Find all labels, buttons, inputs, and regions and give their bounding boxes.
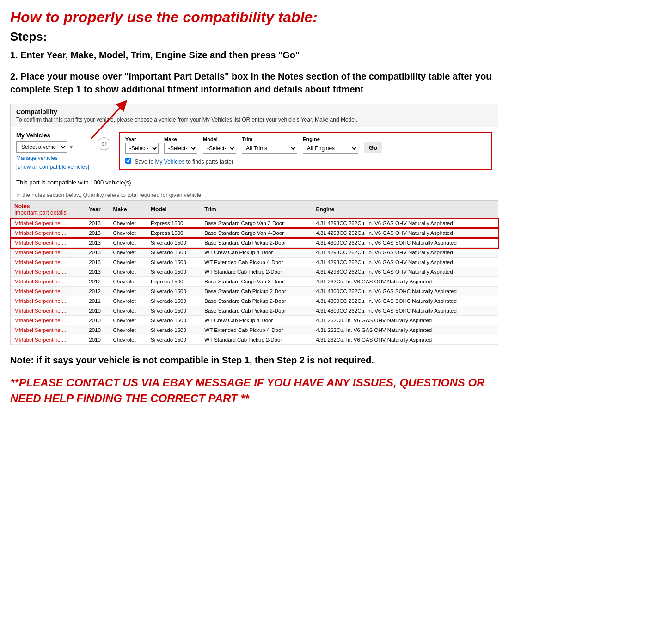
compat-area: Compatibility To confirm that this part … (10, 104, 498, 345)
engine-label: Engine (303, 136, 358, 142)
col-trim: Trim (201, 201, 312, 219)
col-notes: Notes Important part details (11, 201, 85, 219)
model-select[interactable]: -Select- (203, 143, 236, 154)
table-row: Mfrlabel:Serpentine .... 2013 Chevrolet … (11, 258, 498, 267)
cell-year: 2013 (85, 238, 109, 248)
cell-trim: Base Standard Cargo Van 3-Door (201, 277, 312, 287)
cell-model: Silverado 1500 (147, 316, 201, 325)
my-vehicles-link[interactable]: My Vehicles (155, 159, 184, 165)
cell-year: 2013 (85, 228, 109, 238)
my-vehicles-label: My Vehicles (16, 132, 89, 139)
cell-engine: 4.3L 4293CC 262Cu. In. V6 GAS OHV Natura… (312, 248, 498, 258)
cell-engine: 4.3L 4300CC 262Cu. In. V6 GAS SOHC Natur… (312, 238, 498, 248)
cell-notes: Mfrlabel:Serpentine .... (11, 219, 85, 228)
cell-engine: 4.3L 262Cu. In. V6 GAS OHV Naturally Asp… (312, 335, 498, 345)
step1-text: 1. Enter Year, Make, Model, Trim, Engine… (10, 49, 498, 61)
show-all-link[interactable]: [show all compatible vehicles] (16, 164, 89, 170)
cell-engine: 4.3L 4293CC 262Cu. In. V6 GAS OHV Natura… (312, 267, 498, 277)
cell-model: Silverado 1500 (147, 335, 201, 345)
cell-year: 2010 (85, 335, 109, 345)
cell-model: Express 1500 (147, 228, 201, 238)
trim-select[interactable]: All Trims (242, 143, 297, 154)
cell-notes: Mfrlabel:Serpentine.... (11, 228, 85, 238)
cell-notes: Mfrlabel:Serpentine .... (11, 238, 85, 248)
col-year: Year (85, 201, 109, 219)
cell-year: 2012 (85, 287, 109, 296)
cell-trim: WT Crew Cab Pickup 4-Door (201, 248, 312, 258)
cell-trim: Base Standard Cab Pickup 2-Door (201, 238, 312, 248)
make-select[interactable]: -Select- (164, 143, 197, 154)
vehicle-select[interactable]: Select a vehicle (16, 141, 67, 153)
cell-trim: Base Standard Cab Pickup 2-Door (201, 306, 312, 316)
vehicle-select-row: Select a vehicle ▼ (16, 141, 89, 153)
step2-text: 2. Place your mouse over "Important Part… (10, 70, 498, 96)
cell-engine: 4.3L 262Cu. In. V6 GAS OHV Naturally Asp… (312, 277, 498, 287)
table-row: Mfrlabel:Serpentine .... 2013 Chevrolet … (11, 267, 498, 277)
col-engine: Engine (312, 201, 498, 219)
engine-select[interactable]: All Engines (303, 143, 358, 154)
cell-model: Silverado 1500 (147, 306, 201, 316)
cell-trim: WT Crew Cab Pickup 4-Door (201, 316, 312, 325)
cell-year: 2013 (85, 258, 109, 267)
cell-notes: Mfrlabel:Serpentine .... (11, 258, 85, 267)
col-make: Make (109, 201, 147, 219)
cell-engine: 4.3L 4293CC 262Cu. In. V6 GAS OHV Natura… (312, 228, 498, 238)
compat-title: Compatibility (16, 108, 492, 116)
main-title: How to properly use the compatibility ta… (10, 8, 498, 26)
quantity-note: In the notes section below, Quantity ref… (11, 190, 498, 201)
table-row: Mfrlabel:Serpentine .... 2013 Chevrolet … (11, 238, 498, 248)
compatible-count: This part is compatible with 1000 vehicl… (11, 175, 498, 190)
cell-notes: Mfrlabel:Serpentine .... (11, 267, 85, 277)
cell-notes: Mfrlabel:Serpentine .... (11, 335, 85, 345)
cell-make: Chevrolet (109, 277, 147, 287)
year-field: Year -Select- (125, 136, 159, 154)
cell-trim: WT Standard Cab Pickup 2-Door (201, 335, 312, 345)
save-checkbox[interactable] (125, 158, 131, 164)
cell-model: Silverado 1500 (147, 248, 201, 258)
cell-year: 2011 (85, 296, 109, 306)
table-row: Mfrlabel:Serpentine .... 2011 Chevrolet … (11, 296, 498, 306)
cell-trim: Base Standard Cargo Van 3-Door (201, 219, 312, 228)
engine-field: Engine All Engines (303, 136, 358, 154)
cell-trim: WT Standard Cab Pickup 2-Door (201, 267, 312, 277)
cell-engine: 4.3L 4300CC 262Cu. In. V6 GAS SOHC Natur… (312, 296, 498, 306)
table-row: Mfrlabel:Serpentine .... 2013 Chevrolet … (11, 219, 498, 228)
cell-make: Chevrolet (109, 325, 147, 335)
cell-model: Silverado 1500 (147, 287, 201, 296)
cell-make: Chevrolet (109, 248, 147, 258)
cell-trim: WT Extended Cab Pickup 4-Door (201, 325, 312, 335)
compat-controls: My Vehicles Select a vehicle ▼ Manage ve… (11, 127, 498, 175)
manage-vehicles-link[interactable]: Manage vehicles (16, 155, 89, 161)
note-text: Note: if it says your vehicle is not com… (10, 354, 498, 367)
year-select[interactable]: -Select- (125, 143, 159, 154)
compatibility-table: Notes Important part details Year Make M… (11, 201, 498, 345)
table-header-row: Notes Important part details Year Make M… (11, 201, 498, 219)
table-row: Mfrlabel:Serpentine .... 2013 Chevrolet … (11, 248, 498, 258)
cell-notes: Mfrlabel:Serpentine .... (11, 277, 85, 287)
save-suffix: to finds parts faster (186, 159, 233, 165)
table-row: Mfrlabel:Serpentine .... 2010 Chevrolet … (11, 316, 498, 325)
cell-notes: Mfrlabel:Serpentine .... (11, 296, 85, 306)
table-row: Mfrlabel:Serpentine .... 2012 Chevrolet … (11, 287, 498, 296)
cell-year: 2012 (85, 277, 109, 287)
cell-engine: 4.3L 262Cu. In. V6 GAS OHV Naturally Asp… (312, 325, 498, 335)
cell-model: Silverado 1500 (147, 296, 201, 306)
cell-model: Express 1500 (147, 219, 201, 228)
cell-trim: Base Standard Cab Pickup 2-Door (201, 296, 312, 306)
cell-year: 2013 (85, 267, 109, 277)
cell-engine: 4.3L 4293CC 262Cu. In. V6 GAS OHV Natura… (312, 219, 498, 228)
table-row: Mfrlabel:Serpentine .... 2010 Chevrolet … (11, 335, 498, 345)
model-field: Model -Select- (203, 136, 236, 154)
cell-year: 2013 (85, 248, 109, 258)
cell-trim: Base Standard Cab Pickup 2-Door (201, 287, 312, 296)
cell-notes: Mfrlabel:Serpentine .... (11, 248, 85, 258)
cell-make: Chevrolet (109, 267, 147, 277)
trim-label: Trim (242, 136, 297, 142)
cell-make: Chevrolet (109, 335, 147, 345)
cell-trim: Base Standard Cargo Van 4-Door (201, 228, 312, 238)
steps-heading: Steps: (10, 30, 498, 44)
cell-make: Chevrolet (109, 228, 147, 238)
cell-model: Silverado 1500 (147, 238, 201, 248)
go-button[interactable]: Go (364, 142, 382, 153)
or-label: or (98, 137, 110, 150)
